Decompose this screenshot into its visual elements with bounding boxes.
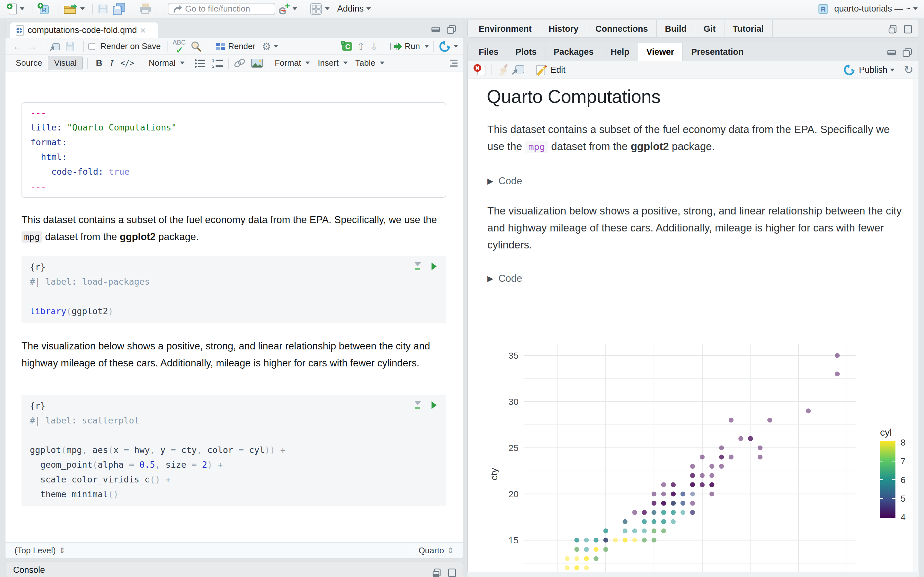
refresh-icon[interactable]: ↻ — [904, 63, 913, 77]
popout-icon[interactable] — [49, 41, 61, 52]
visual-mode-button[interactable]: Visual — [48, 56, 82, 70]
run-chunk-icon[interactable] — [430, 401, 438, 410]
minimize-icon[interactable] — [887, 48, 897, 57]
tab-plots[interactable]: Plots — [507, 43, 545, 61]
table-caret — [380, 61, 384, 64]
publish-icon[interactable] — [438, 40, 451, 53]
editor-paragraph-1[interactable]: This dataset contains a subset of the fu… — [21, 211, 448, 245]
gear-icon[interactable]: ⚙ — [262, 40, 271, 53]
spellcheck-icon[interactable]: ABC ✓ — [172, 39, 187, 53]
doc-type-selector[interactable]: Quarto — [418, 546, 444, 556]
bold-button[interactable]: B — [96, 58, 102, 68]
data-point — [709, 482, 714, 487]
paragraph-style-dropdown[interactable]: Normal — [149, 58, 176, 68]
bullet-list-icon[interactable] — [194, 58, 207, 68]
render-button[interactable]: Render — [215, 41, 257, 52]
italic-button[interactable]: I — [110, 58, 113, 69]
run-chunk-icon[interactable] — [430, 262, 438, 271]
tab-git[interactable]: Git — [695, 20, 724, 37]
data-point — [709, 464, 714, 469]
insert-dropdown[interactable]: Insert — [318, 58, 338, 68]
paragraph-style-caret — [180, 61, 184, 64]
tab-build[interactable]: Build — [657, 20, 696, 37]
data-point — [690, 473, 695, 478]
open-file-button[interactable] — [63, 3, 85, 15]
addins-button[interactable]: Addins — [337, 4, 371, 14]
code-chunk-scatterplot[interactable]: {r}#| label: scatterplot ggplot(mpg, aes… — [21, 395, 446, 506]
tab-history[interactable]: History — [540, 20, 587, 37]
save-all-button[interactable] — [112, 3, 126, 15]
table-dropdown[interactable]: Table — [355, 58, 375, 68]
source-mode-button[interactable]: Source — [10, 56, 48, 70]
goto-file-input[interactable]: Go to file/function — [168, 3, 275, 15]
minimize-icon[interactable] — [432, 568, 443, 577]
insert-chunk-icon[interactable]: C — [340, 40, 354, 53]
data-point — [680, 492, 685, 496]
tab-tutorial[interactable]: Tutorial — [724, 20, 772, 37]
version-control-button[interactable]: G + − — [278, 2, 297, 16]
stop-icon[interactable] — [473, 63, 487, 76]
back-icon[interactable]: ← — [13, 41, 22, 52]
data-point — [709, 492, 714, 496]
code-fold-toggle-2[interactable]: ▶ Code — [487, 273, 522, 284]
minimize-icon[interactable] — [431, 25, 441, 34]
run-above-icon[interactable] — [414, 400, 422, 410]
panes-layout-caret — [325, 7, 330, 10]
go-next-section-icon[interactable]: ⇩ — [370, 41, 378, 52]
search-icon[interactable] — [190, 40, 202, 53]
print-button[interactable] — [139, 3, 152, 15]
format-dropdown[interactable]: Format — [275, 58, 301, 68]
data-point — [738, 436, 743, 441]
version-control-caret — [292, 7, 297, 10]
divider — [83, 41, 84, 52]
editor-paragraph-2[interactable]: The visualization below shows a positive… — [21, 338, 448, 372]
code-format-button[interactable]: </> — [120, 59, 134, 68]
maximize-icon[interactable] — [903, 24, 913, 34]
maximize-icon[interactable] — [902, 47, 913, 57]
tab-presentation[interactable]: Presentation — [683, 43, 752, 61]
tab-help[interactable]: Help — [602, 43, 638, 61]
popout-icon[interactable] — [510, 63, 525, 76]
tab-environment[interactable]: Environment — [470, 20, 540, 37]
minimize-icon[interactable] — [888, 24, 899, 34]
code-chunk-load-packages[interactable]: {r}#| label: load-packages library(ggplo… — [21, 256, 446, 323]
new-project-button[interactable]: R — [37, 2, 50, 16]
maximize-icon[interactable] — [447, 568, 457, 577]
yaml-metadata-block[interactable]: ---title: "Quarto Computations"format: h… — [21, 102, 446, 198]
run-above-icon[interactable] — [414, 261, 422, 271]
panes-layout-button[interactable] — [310, 3, 330, 15]
save-button[interactable] — [97, 3, 109, 15]
render-on-save-checkbox[interactable] — [88, 43, 95, 50]
maximize-icon[interactable] — [446, 24, 457, 34]
edit-button[interactable]: Edit — [535, 63, 565, 76]
go-prev-section-icon[interactable]: ⇧ — [357, 41, 365, 52]
image-icon[interactable] — [250, 58, 263, 69]
project-menu[interactable]: R quarto-tutorials — ~ — [816, 2, 918, 16]
new-file-caret — [20, 7, 24, 10]
forward-icon[interactable]: → — [27, 41, 37, 52]
close-icon[interactable]: × — [140, 25, 146, 36]
scope-selector[interactable]: (Top Level) — [15, 546, 56, 556]
viewer-scrollbar[interactable] — [913, 79, 919, 577]
code-fold-toggle-1[interactable]: ▶ Code — [487, 175, 522, 187]
numbered-list-icon[interactable]: 12 — [211, 58, 224, 68]
tab-packages[interactable]: Packages — [545, 43, 603, 61]
tab-files[interactable]: Files — [470, 43, 507, 61]
viewer-rendered-document[interactable]: Quarto Computations This dataset contain… — [468, 79, 919, 577]
legend-tick-label: 8 — [901, 438, 906, 448]
publish-button[interactable]: Publish — [843, 63, 895, 76]
svg-text:1: 1 — [212, 58, 214, 63]
file-tab-computations-code-fold[interactable]: computations-code-fold.qmd × — [10, 22, 158, 38]
tab-viewer[interactable]: Viewer — [638, 43, 683, 61]
y-tick-label: 20 — [509, 489, 519, 499]
tab-connections[interactable]: Connections — [587, 20, 657, 37]
link-icon[interactable] — [233, 58, 246, 69]
outline-toggle-icon[interactable] — [447, 58, 458, 68]
broom-icon[interactable] — [496, 63, 510, 77]
save-icon[interactable] — [64, 41, 76, 52]
editor-document[interactable]: ---title: "Quarto Computations"format: h… — [5, 71, 463, 542]
console-pane-title[interactable]: Console — [13, 565, 45, 575]
run-icon — [390, 41, 403, 52]
new-file-button[interactable] — [6, 3, 24, 15]
run-button[interactable]: Run — [390, 41, 429, 52]
